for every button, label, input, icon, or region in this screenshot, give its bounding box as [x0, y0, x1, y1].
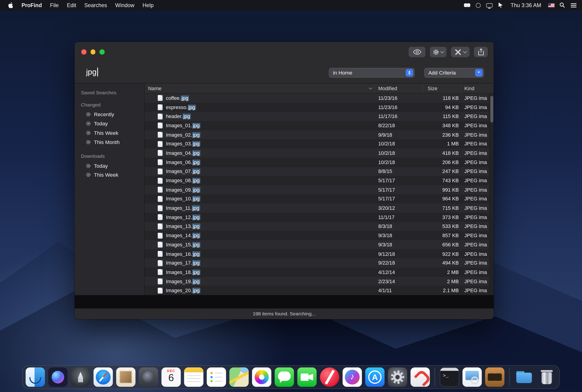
dock-contacts[interactable] — [139, 368, 158, 387]
file-kind: JPEG ima — [462, 160, 489, 165]
table-row[interactable]: Images_18.jpg4/12/142 MBJPEG ima — [145, 268, 489, 277]
dock-folder[interactable] — [514, 368, 534, 387]
file-modified: 9/22/18 — [375, 260, 423, 266]
table-row[interactable]: Images_02.jpg9/9/18236 KBJPEG ima — [145, 130, 489, 140]
dock-trash[interactable] — [537, 368, 556, 387]
table-row[interactable]: Images_12.jpg11/1/17373 KBJPEG ima — [145, 212, 489, 222]
window-toolbar[interactable]: jpg in Home Add Criteria — [74, 42, 494, 84]
spotlight-icon[interactable] — [558, 0, 567, 10]
table-row[interactable]: Images_13.jpg8/3/18533 KBJPEG ima — [145, 222, 489, 231]
table-row[interactable]: Images_15.jpg9/3/18656 KBJPEG ima — [145, 240, 489, 249]
zoom-button[interactable] — [100, 50, 104, 54]
dock-maps[interactable] — [229, 368, 249, 387]
file-modified: 9/3/18 — [375, 233, 423, 238]
table-row[interactable]: Images_16.jpg9/12/18922 KBJPEG ima — [145, 249, 489, 258]
table-row[interactable]: Images_07.jpg8/8/15247 KBJPEG ima — [145, 167, 489, 176]
dock-messages[interactable] — [275, 368, 294, 387]
menu-searches[interactable]: Searches — [80, 0, 111, 10]
dock-finder[interactable] — [26, 368, 45, 387]
sidebar-item-label: Today — [94, 121, 108, 127]
sidebar-title: Saved Searches — [74, 90, 144, 95]
quick-look-button[interactable] — [408, 47, 425, 57]
sidebar-item-this-week[interactable]: This Week — [74, 170, 144, 180]
minimize-button[interactable] — [90, 50, 96, 54]
dock-terminal[interactable] — [440, 368, 459, 387]
table-row[interactable]: Images_19.jpg2/23/142 MBJPEG ima — [145, 277, 489, 286]
file-name: Images_03.jpg — [166, 141, 200, 147]
match-highlight: jpg — [192, 150, 200, 156]
table-row[interactable]: espresso.jpg11/23/1694 KBJPEG ima — [145, 102, 489, 112]
dock-magnet[interactable] — [410, 368, 430, 387]
dock-news[interactable] — [320, 368, 339, 387]
dock-photos[interactable] — [252, 368, 272, 387]
menu-help[interactable]: Help — [138, 0, 158, 10]
document-icon — [158, 168, 163, 174]
table-row[interactable]: Images_06.jpg10/2/18206 KBJPEG ima — [145, 158, 489, 167]
sidebar-item-label: Recently — [94, 112, 114, 118]
dock-siri[interactable] — [48, 368, 68, 387]
sidebar-item-today[interactable]: Today — [74, 161, 144, 170]
table-row[interactable]: Images_04.jpg10/2/18418 KBJPEG ima — [145, 148, 489, 158]
file-size: 1 MB — [423, 141, 461, 147]
table-row[interactable]: Images_20.jpg4/1/112.1 MBJPEG ima — [145, 286, 489, 295]
app-menu-profind[interactable]: ProFind — [18, 0, 46, 10]
table-row[interactable]: Images_09.jpg5/17/17991 KBJPEG ima — [145, 185, 489, 194]
share-button[interactable] — [474, 47, 488, 57]
tools-menu-button[interactable] — [451, 47, 470, 57]
sidebar-item-today[interactable]: Today — [74, 119, 144, 128]
sidebar-item-this-month[interactable]: This Month — [74, 138, 144, 147]
file-size: 715 KB — [423, 205, 461, 211]
dock-mail[interactable] — [116, 368, 136, 387]
column-header-modified[interactable]: Modified — [375, 84, 423, 93]
binoculars-icon[interactable] — [462, 0, 472, 10]
dock-safari[interactable] — [94, 368, 113, 387]
dock-facetime[interactable] — [297, 368, 316, 387]
file-size: 2 MB — [423, 278, 461, 284]
document-icon — [158, 122, 163, 128]
table-row[interactable]: coffee.jpg11/23/16118 KBJPEG ima — [145, 94, 489, 103]
action-menu-button[interactable] — [430, 47, 446, 57]
vertical-scrollbar[interactable] — [489, 94, 494, 295]
dock-reminders[interactable] — [207, 368, 226, 387]
scrollbar-thumb[interactable] — [490, 96, 493, 122]
apple-menu[interactable] — [4, 2, 18, 8]
status-text: 198 items found. Searching... — [253, 311, 316, 316]
menu-window[interactable]: Window — [111, 0, 138, 10]
column-header-size[interactable]: Size — [423, 84, 461, 93]
column-label: Size — [428, 86, 437, 91]
notification-center-icon[interactable] — [569, 0, 578, 10]
close-button[interactable] — [81, 50, 86, 54]
table-row[interactable]: Images_03.jpg10/2/181 MBJPEG ima — [145, 140, 489, 148]
dock: DEC6 — [22, 365, 560, 389]
dock-app-store[interactable] — [365, 368, 385, 387]
column-header-name[interactable]: Name — [145, 84, 375, 93]
menu-file[interactable]: File — [46, 0, 63, 10]
menu-edit[interactable]: Edit — [63, 0, 80, 10]
table-row[interactable]: Images_14.jpg9/3/18857 KBJPEG ima — [145, 231, 489, 240]
dock-launchpad[interactable] — [71, 368, 90, 387]
dock-notes[interactable] — [184, 368, 203, 387]
table-row[interactable]: header.jpg11/17/16115 KBJPEG ima — [145, 112, 489, 121]
menu-clock[interactable]: Thu 3:36 AM — [507, 2, 545, 8]
dock-preview[interactable] — [462, 368, 482, 387]
dock-calendar[interactable]: DEC6 — [162, 368, 181, 387]
cursor-icon[interactable] — [496, 0, 506, 10]
circle-icon[interactable] — [474, 0, 483, 10]
dock-profind[interactable] — [485, 368, 504, 387]
sidebar-item-recently[interactable]: Recently — [74, 110, 144, 119]
sidebar-item-this-week[interactable]: This Week — [74, 128, 144, 138]
table-row[interactable]: Images_11.jpg3/20/12715 KBJPEG ima — [145, 204, 489, 213]
search-input[interactable]: jpg — [86, 68, 98, 76]
display-icon[interactable] — [485, 0, 494, 10]
table-row[interactable]: Images_01.jpg8/22/18348 KBJPEG ima — [145, 121, 489, 130]
match-highlight: jpg — [192, 288, 200, 293]
us-flag-icon[interactable] — [546, 0, 556, 10]
table-row[interactable]: Images_17.jpg9/22/18494 KBJPEG ima — [145, 258, 489, 268]
search-scope-popup[interactable]: in Home — [329, 68, 415, 78]
table-row[interactable]: Images_08.jpg5/17/17743 KBJPEG ima — [145, 176, 489, 185]
add-criteria-popup[interactable]: Add Criteria — [424, 68, 484, 78]
column-header-kind[interactable]: Kind — [462, 84, 494, 93]
dock-music[interactable] — [342, 368, 362, 387]
table-row[interactable]: Images_10.jpg5/17/17964 KBJPEG ima — [145, 194, 489, 204]
dock-system-preferences[interactable] — [388, 368, 407, 387]
